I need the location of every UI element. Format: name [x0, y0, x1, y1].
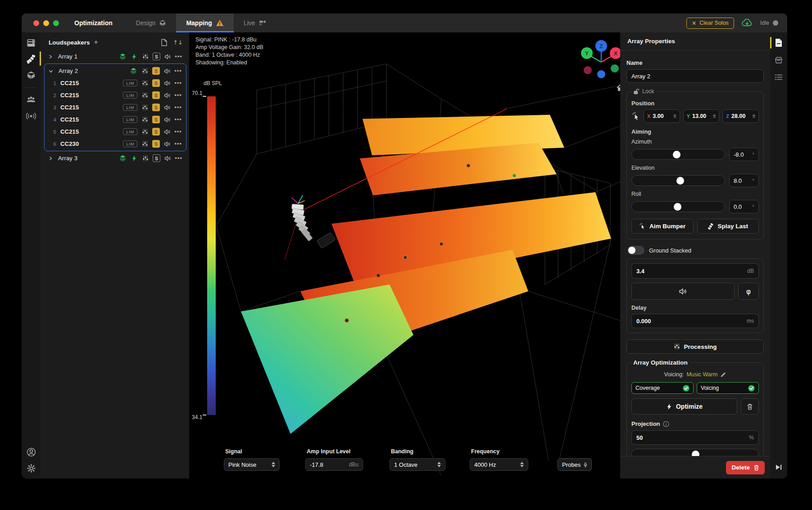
- mute-button[interactable]: [631, 283, 735, 300]
- tree-row-array3[interactable]: Array 3 S •••: [41, 152, 189, 164]
- more-options-icon[interactable]: •••: [173, 92, 184, 99]
- speaker-icon[interactable]: [164, 54, 171, 60]
- elevation-value-field[interactable]: 8.0 °: [729, 174, 759, 187]
- speaker-row[interactable]: 4 CC215 LIM S •••: [45, 113, 186, 126]
- speaker-icon[interactable]: [164, 104, 171, 111]
- position-y-field[interactable]: Y 13.00 ft: [683, 109, 720, 123]
- speaker-row[interactable]: 3 CC215 LIM S •••: [45, 101, 186, 113]
- delete-array-button[interactable]: Delete: [726, 461, 765, 474]
- tree-row-array1[interactable]: Array 1 S •••: [41, 50, 189, 63]
- amp-input-field[interactable]: -17.8 dBu: [305, 458, 363, 471]
- speaker-icon[interactable]: [164, 117, 171, 123]
- frequency-select[interactable]: 4000 Hz: [470, 458, 528, 471]
- projection-slider-thumb[interactable]: [692, 451, 699, 456]
- minimize-window-button[interactable]: [43, 20, 49, 26]
- more-options-icon[interactable]: •••: [173, 53, 185, 60]
- optimize-button[interactable]: Optimize: [631, 398, 737, 415]
- speaker-icon[interactable]: [164, 80, 171, 86]
- speaker-row[interactable]: 1 CC215 LIM S •••: [45, 77, 186, 89]
- aim-bumper-button[interactable]: Aim Bumper: [631, 219, 694, 234]
- properties-doc-icon[interactable]: [774, 38, 784, 48]
- orientation-gizmo[interactable]: Z Y X: [574, 36, 620, 95]
- processing-sliders-icon[interactable]: [142, 68, 148, 74]
- position-z-field[interactable]: Z 28.00 ft: [722, 109, 759, 123]
- solo-badge[interactable]: S: [153, 53, 160, 60]
- more-options-icon[interactable]: •••: [173, 128, 184, 135]
- solo-badge-active[interactable]: S: [152, 104, 160, 111]
- more-options-icon[interactable]: •••: [173, 80, 184, 86]
- more-options-icon[interactable]: •••: [173, 116, 184, 123]
- loudspeaker-array-icon[interactable]: [26, 54, 36, 64]
- clear-solos-button[interactable]: ✕ Clear Solos: [686, 18, 734, 29]
- chevron-right-icon[interactable]: [48, 54, 53, 59]
- azimuth-slider-thumb[interactable]: [673, 151, 680, 158]
- speaker-icon[interactable]: [164, 129, 171, 135]
- roll-slider-thumb[interactable]: [674, 203, 681, 211]
- signal-select[interactable]: Pink Noise: [224, 458, 280, 471]
- broadcast-icon[interactable]: [26, 111, 36, 121]
- amplifiers-rack-icon[interactable]: [26, 38, 36, 48]
- unlock-icon[interactable]: [633, 88, 640, 95]
- elevation-slider-thumb[interactable]: [676, 177, 684, 185]
- processing-sliders-icon[interactable]: [142, 155, 149, 162]
- speaker-icon[interactable]: [164, 155, 171, 162]
- more-options-icon[interactable]: •••: [173, 104, 184, 111]
- play-to-end-icon[interactable]: [774, 462, 784, 472]
- position-x-field[interactable]: X 3.00 ft: [644, 109, 680, 123]
- user-account-icon[interactable]: [26, 447, 36, 457]
- mapping-3d-viewport[interactable]: Signal: PINK : -17.8 dBu Amp Voltage Gai…: [189, 32, 620, 478]
- array-name-input[interactable]: Array 2: [626, 69, 764, 83]
- chevron-down-icon[interactable]: [49, 69, 53, 73]
- cloud-download-icon[interactable]: [741, 18, 753, 27]
- projection-slider[interactable]: [631, 449, 759, 456]
- speaker-row[interactable]: 6 CC230 LIM S •••: [45, 138, 186, 150]
- more-options-icon[interactable]: •••: [173, 68, 184, 74]
- clear-optimization-button[interactable]: [741, 398, 759, 415]
- processing-sliders-icon[interactable]: [142, 92, 148, 99]
- zoom-window-button[interactable]: [53, 20, 59, 26]
- chevron-right-icon[interactable]: [48, 156, 53, 161]
- edit-pencil-icon[interactable]: [720, 372, 726, 378]
- solo-badge-active[interactable]: S: [152, 116, 160, 123]
- pick-position-icon[interactable]: [631, 112, 640, 121]
- probes-button[interactable]: Probes: [558, 458, 592, 471]
- speaker-icon[interactable]: [164, 141, 171, 147]
- solo-badge-active[interactable]: S: [152, 79, 160, 87]
- info-icon[interactable]: [663, 421, 669, 427]
- more-options-icon[interactable]: •••: [173, 155, 185, 162]
- archive-box-icon[interactable]: [774, 55, 784, 65]
- speaker-row[interactable]: 5 CC215 LIM S •••: [45, 126, 186, 138]
- tab-mapping[interactable]: Mapping: [176, 14, 234, 32]
- solo-badge-active[interactable]: S: [152, 67, 160, 75]
- phase-invert-button[interactable]: φ: [738, 283, 759, 300]
- azimuth-slider[interactable]: [631, 149, 725, 160]
- delay-field[interactable]: 0.000 ms: [631, 314, 759, 328]
- solo-badge-active[interactable]: S: [152, 128, 160, 135]
- voicing-chip[interactable]: Voicing: [697, 382, 759, 394]
- processing-sliders-icon[interactable]: [142, 54, 149, 60]
- tab-live[interactable]: Live: [234, 14, 276, 32]
- settings-gear-icon[interactable]: [26, 463, 36, 473]
- speaker-row[interactable]: 2 CC215 LIM S •••: [45, 89, 186, 101]
- banding-select[interactable]: 1 Octave: [390, 458, 445, 471]
- processing-sliders-icon[interactable]: [142, 80, 148, 86]
- sort-icon[interactable]: ↑↓: [173, 39, 183, 46]
- projection-field[interactable]: 50 %: [631, 430, 759, 445]
- processing-button[interactable]: Processing: [626, 339, 764, 354]
- list-view-icon[interactable]: [774, 72, 784, 82]
- document-icon[interactable]: [161, 39, 168, 46]
- roll-value-field[interactable]: 0.0 °: [729, 200, 759, 213]
- solo-badge[interactable]: S: [153, 154, 160, 162]
- processing-sliders-icon[interactable]: [142, 117, 148, 123]
- splay-last-button[interactable]: Splay Last: [697, 219, 759, 234]
- speaker-icon[interactable]: [164, 92, 171, 99]
- tree-row-array2[interactable]: Array 2 S •••: [45, 65, 186, 77]
- roll-slider[interactable]: [631, 201, 725, 212]
- processing-sliders-icon[interactable]: [142, 141, 148, 147]
- solo-badge-active[interactable]: S: [152, 91, 160, 99]
- 3d-venue-icon[interactable]: [26, 70, 36, 80]
- array-gain-field[interactable]: 3.4 dB: [631, 263, 759, 279]
- coverage-chip[interactable]: Coverage: [631, 382, 694, 394]
- processing-sliders-icon[interactable]: [142, 104, 148, 111]
- processing-sliders-icon[interactable]: [142, 129, 148, 135]
